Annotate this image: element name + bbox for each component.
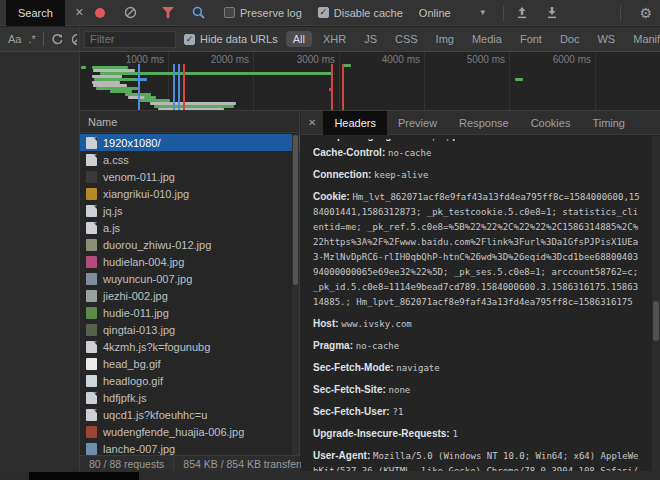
export-har-icon[interactable] [544, 5, 560, 21]
image-thumbnail-icon [86, 307, 97, 319]
network-filter-input[interactable] [84, 31, 176, 48]
header-name: Upgrade-Insecure-Requests: [313, 428, 452, 439]
record-network-log-icon[interactable] [92, 5, 108, 21]
search-drawer-tabbar: Search ✕ [0, 0, 80, 26]
details-tabbar: ✕ HeadersPreviewResponseCookiesTiming [301, 111, 660, 135]
request-row[interactable]: xiangrikui-010.jpg [80, 185, 300, 202]
header-entry: Sec-Fetch-Site: none [313, 382, 642, 397]
request-row[interactable]: hdfjpfk.js [80, 389, 300, 406]
tab-search-label: Search [18, 7, 53, 19]
header-value: no-cache [356, 341, 399, 351]
bottom-artifact [29, 472, 139, 480]
disable-cache-checkbox[interactable]: ✓ [318, 7, 329, 18]
hide-data-urls-label: Hide data URLs [200, 33, 278, 45]
request-name: hudie-011.jpg [103, 307, 169, 319]
waterfall-overview[interactable]: 1000 ms2000 ms3000 ms4000 ms5000 ms6000 … [80, 52, 660, 111]
regex-button[interactable]: .* [28, 33, 35, 45]
header-value: navigate [396, 363, 439, 373]
request-name: jq.js [103, 205, 123, 217]
preserve-log-checkbox[interactable]: ✓ [224, 7, 235, 18]
timeline-gridline [339, 52, 340, 111]
scrollbar-thumb[interactable] [293, 135, 298, 285]
header-entry: Cookie: Hm_lvt_862071acf8e9faf43a13fd4ea… [313, 189, 642, 309]
header-entry: User-Agent: Mozilla/5.0 (Windows NT 10.0… [313, 448, 642, 471]
request-name: 4kzmh.js?k=fogunubg [103, 341, 210, 353]
tab-search[interactable]: Search [6, 0, 65, 26]
devtools-window: Search ✕ ✓ Preserve log ✓ Disable cache … [0, 0, 660, 480]
event-marker-line [178, 64, 180, 111]
request-row[interactable]: wudengfende_huajia-006.jpg [80, 423, 300, 440]
clear-network-log-icon[interactable] [122, 5, 138, 21]
request-row[interactable]: a.js [80, 219, 300, 236]
request-row[interactable]: head_bg.gif [80, 355, 300, 372]
filter-pill-manifest[interactable]: Manifest [626, 31, 660, 47]
request-name: qingtai-013.jpg [103, 324, 175, 336]
filter-pill-media[interactable]: Media [465, 31, 509, 47]
request-row[interactable]: uqcd1.js?kfoeuhhc=u [80, 406, 300, 423]
request-row[interactable]: hudielan-004.jpg [80, 253, 300, 270]
search-results-panel [0, 52, 80, 480]
match-case-button[interactable]: Aa [8, 33, 21, 45]
request-row[interactable]: 1920x1080/ [80, 134, 300, 151]
request-list-scrollbar[interactable] [292, 134, 299, 456]
request-row[interactable]: qingtai-013.jpg [80, 321, 300, 338]
import-har-icon[interactable] [514, 5, 530, 21]
image-thumbnail-icon [86, 358, 97, 370]
throttling-dropdown[interactable]: Online ▼ [419, 7, 487, 19]
request-row[interactable]: 4kzmh.js?k=fogunubg [80, 338, 300, 355]
request-name: wuyuncun-007.jpg [103, 273, 192, 285]
request-row[interactable]: headlogo.gif [80, 372, 300, 389]
close-details-icon[interactable]: ✕ [301, 117, 323, 128]
tab-response[interactable]: Response [448, 111, 520, 135]
header-value: no-cache [388, 148, 431, 158]
request-details-panel: ✕ HeadersPreviewResponseCookiesTiming Ac… [301, 111, 660, 480]
filter-pill-font[interactable]: Font [513, 31, 549, 47]
request-name: head_bg.gif [103, 358, 161, 370]
chevron-down-icon: ▼ [479, 8, 487, 17]
clear-search-icon[interactable] [71, 33, 77, 46]
filter-pill-xhr[interactable]: XHR [316, 31, 353, 47]
image-thumbnail-icon [86, 171, 97, 183]
filter-toggle-icon[interactable] [160, 5, 176, 21]
tab-headers[interactable]: Headers [323, 111, 387, 135]
refresh-search-icon[interactable] [51, 33, 64, 46]
request-name: a.css [103, 154, 129, 166]
request-row[interactable]: a.css [80, 151, 300, 168]
bottom-strip [0, 471, 660, 480]
gear-icon[interactable]: ⚙ [639, 5, 652, 21]
image-thumbnail-icon [86, 188, 97, 200]
header-entry: Upgrade-Insecure-Requests: 1 [313, 426, 642, 441]
header-entry: Sec-Fetch-Mode: navigate [313, 360, 642, 375]
header-entry: Host: www.ivsky.com [313, 316, 642, 331]
header-entry: Pragma: no-cache [313, 338, 642, 353]
header-name: Sec-Fetch-Mode: [313, 362, 396, 373]
request-row[interactable]: jq.js [80, 202, 300, 219]
filter-pill-js[interactable]: JS [357, 31, 384, 47]
timeline-gridline [424, 52, 425, 111]
request-row[interactable]: lanche-007.jpg [80, 440, 300, 456]
request-row[interactable]: venom-011.jpg [80, 168, 300, 185]
filter-pill-css[interactable]: CSS [388, 31, 425, 47]
details-scrollbar[interactable] [652, 136, 660, 471]
request-name: headlogo.gif [103, 375, 163, 387]
file-icon [86, 409, 97, 421]
tab-timing[interactable]: Timing [581, 111, 636, 135]
request-row[interactable]: hudie-011.jpg [80, 304, 300, 321]
column-header-name[interactable]: Name [80, 111, 299, 133]
filter-pill-all[interactable]: All [286, 31, 312, 47]
timeline-gridline [595, 52, 596, 111]
filter-pill-img[interactable]: Img [429, 31, 461, 47]
tab-cookies[interactable]: Cookies [520, 111, 582, 135]
filter-pill-doc[interactable]: Doc [553, 31, 587, 47]
filter-pill-ws[interactable]: WS [590, 31, 622, 47]
search-toggle-icon[interactable] [190, 5, 206, 21]
request-row[interactable]: duorou_zhiwu-012.jpg [80, 236, 300, 253]
scrollbar-thumb[interactable] [653, 301, 659, 341]
request-row[interactable]: jiezhi-002.jpg [80, 287, 300, 304]
request-row[interactable]: wuyuncun-007.jpg [80, 270, 300, 287]
request-list-panel: Name 1920x1080/a.cssvenom-011.jpgxiangri… [80, 111, 300, 480]
hide-data-urls-checkbox[interactable]: ✓ [184, 34, 195, 45]
tab-preview[interactable]: Preview [387, 111, 448, 135]
timeline-gridline [509, 52, 510, 111]
event-marker-line [173, 64, 175, 111]
